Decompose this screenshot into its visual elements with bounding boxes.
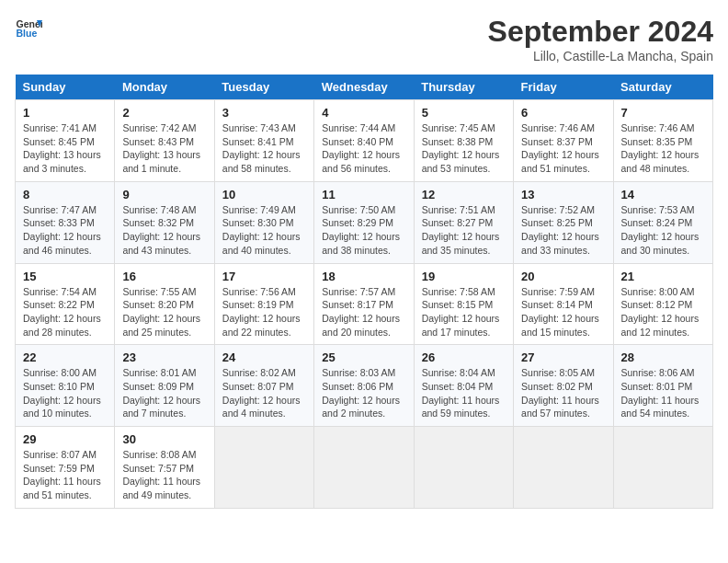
day-info: Sunrise: 7:48 AM Sunset: 8:32 PM Dayligh…	[122, 203, 206, 258]
day-number: 3	[222, 106, 306, 120]
day-number: 25	[322, 350, 405, 364]
header-monday: Monday	[115, 75, 214, 100]
week-row-2: 8 Sunrise: 7:47 AM Sunset: 8:33 PM Dayli…	[16, 181, 713, 263]
logo: General Blue	[15, 15, 42, 42]
day-cell-10: 10 Sunrise: 7:49 AM Sunset: 8:30 PM Dayl…	[214, 181, 313, 263]
day-cell-16: 16 Sunrise: 7:55 AM Sunset: 8:20 PM Dayl…	[115, 263, 214, 345]
day-number: 14	[621, 188, 705, 201]
day-info: Sunrise: 8:02 AM Sunset: 8:07 PM Dayligh…	[222, 366, 306, 420]
day-number: 4	[322, 106, 405, 120]
day-number: 22	[23, 350, 107, 364]
day-number: 11	[322, 188, 405, 201]
header-tuesday: Tuesday	[214, 75, 313, 100]
logo-icon: General Blue	[15, 15, 42, 42]
day-cell-27: 27 Sunrise: 8:05 AM Sunset: 8:02 PM Dayl…	[514, 345, 613, 427]
location: Lillo, Castille-La Mancha, Spain	[488, 49, 713, 63]
day-cell-23: 23 Sunrise: 8:01 AM Sunset: 8:09 PM Dayl…	[115, 345, 214, 427]
day-cell-1: 1 Sunrise: 7:41 AM Sunset: 8:45 PM Dayli…	[16, 100, 115, 182]
day-number: 7	[621, 106, 705, 120]
day-number: 19	[422, 270, 506, 283]
day-number: 24	[222, 350, 306, 364]
day-info: Sunrise: 7:56 AM Sunset: 8:19 PM Dayligh…	[222, 285, 306, 339]
week-row-3: 15 Sunrise: 7:54 AM Sunset: 8:22 PM Dayl…	[16, 263, 713, 345]
day-number: 18	[322, 270, 405, 283]
day-info: Sunrise: 7:50 AM Sunset: 8:29 PM Dayligh…	[322, 203, 405, 258]
day-cell-8: 8 Sunrise: 7:47 AM Sunset: 8:33 PM Dayli…	[16, 181, 115, 263]
day-number: 28	[621, 350, 705, 364]
day-info: Sunrise: 7:55 AM Sunset: 8:20 PM Dayligh…	[122, 285, 206, 339]
empty-cell	[314, 427, 414, 509]
day-cell-19: 19 Sunrise: 7:58 AM Sunset: 8:15 PM Dayl…	[414, 263, 513, 345]
day-number: 2	[122, 106, 206, 120]
svg-text:Blue: Blue	[17, 28, 38, 39]
day-cell-20: 20 Sunrise: 7:59 AM Sunset: 8:14 PM Dayl…	[514, 263, 613, 345]
day-info: Sunrise: 8:06 AM Sunset: 8:01 PM Dayligh…	[621, 366, 705, 420]
day-number: 1	[23, 106, 107, 120]
day-info: Sunrise: 7:58 AM Sunset: 8:15 PM Dayligh…	[422, 285, 506, 339]
week-row-5: 29 Sunrise: 8:07 AM Sunset: 7:59 PM Dayl…	[16, 427, 713, 509]
day-number: 21	[621, 270, 705, 283]
day-info: Sunrise: 8:04 AM Sunset: 8:04 PM Dayligh…	[422, 366, 506, 420]
day-cell-12: 12 Sunrise: 7:51 AM Sunset: 8:27 PM Dayl…	[414, 181, 513, 263]
day-info: Sunrise: 7:46 AM Sunset: 8:37 PM Dayligh…	[521, 121, 605, 176]
day-number: 16	[122, 270, 206, 283]
day-info: Sunrise: 8:00 AM Sunset: 8:12 PM Dayligh…	[621, 285, 705, 339]
day-cell-3: 3 Sunrise: 7:43 AM Sunset: 8:41 PM Dayli…	[214, 100, 313, 182]
empty-cell	[214, 427, 313, 509]
day-cell-21: 21 Sunrise: 8:00 AM Sunset: 8:12 PM Dayl…	[613, 263, 712, 345]
day-number: 23	[122, 350, 206, 364]
day-info: Sunrise: 8:00 AM Sunset: 8:10 PM Dayligh…	[23, 366, 107, 420]
day-info: Sunrise: 8:08 AM Sunset: 7:57 PM Dayligh…	[122, 448, 206, 502]
month-title: September 2024	[488, 15, 713, 49]
day-cell-4: 4 Sunrise: 7:44 AM Sunset: 8:40 PM Dayli…	[314, 100, 414, 182]
day-info: Sunrise: 7:47 AM Sunset: 8:33 PM Dayligh…	[23, 203, 107, 258]
day-info: Sunrise: 7:44 AM Sunset: 8:40 PM Dayligh…	[322, 121, 405, 176]
day-info: Sunrise: 8:03 AM Sunset: 8:06 PM Dayligh…	[322, 366, 405, 420]
day-info: Sunrise: 7:45 AM Sunset: 8:38 PM Dayligh…	[422, 121, 506, 176]
day-cell-5: 5 Sunrise: 7:45 AM Sunset: 8:38 PM Dayli…	[414, 100, 513, 182]
day-cell-17: 17 Sunrise: 7:56 AM Sunset: 8:19 PM Dayl…	[214, 263, 313, 345]
week-row-4: 22 Sunrise: 8:00 AM Sunset: 8:10 PM Dayl…	[16, 345, 713, 427]
day-cell-24: 24 Sunrise: 8:02 AM Sunset: 8:07 PM Dayl…	[214, 345, 313, 427]
day-number: 15	[23, 270, 107, 283]
day-info: Sunrise: 7:51 AM Sunset: 8:27 PM Dayligh…	[422, 203, 506, 258]
day-info: Sunrise: 7:53 AM Sunset: 8:24 PM Dayligh…	[621, 203, 705, 258]
day-info: Sunrise: 7:49 AM Sunset: 8:30 PM Dayligh…	[222, 203, 306, 258]
header-friday: Friday	[514, 75, 613, 100]
day-cell-2: 2 Sunrise: 7:42 AM Sunset: 8:43 PM Dayli…	[115, 100, 214, 182]
weekday-header-row: Sunday Monday Tuesday Wednesday Thursday…	[16, 75, 713, 100]
day-cell-30: 30 Sunrise: 8:08 AM Sunset: 7:57 PM Dayl…	[115, 427, 214, 509]
day-info: Sunrise: 7:54 AM Sunset: 8:22 PM Dayligh…	[23, 285, 107, 339]
day-number: 30	[122, 432, 206, 446]
day-cell-22: 22 Sunrise: 8:00 AM Sunset: 8:10 PM Dayl…	[16, 345, 115, 427]
page-header: General Blue September 2024 Lillo, Casti…	[15, 15, 713, 63]
day-number: 13	[521, 188, 605, 201]
day-cell-18: 18 Sunrise: 7:57 AM Sunset: 8:17 PM Dayl…	[314, 263, 414, 345]
day-info: Sunrise: 7:57 AM Sunset: 8:17 PM Dayligh…	[322, 285, 405, 339]
day-number: 29	[23, 432, 107, 446]
day-cell-6: 6 Sunrise: 7:46 AM Sunset: 8:37 PM Dayli…	[514, 100, 613, 182]
day-info: Sunrise: 8:07 AM Sunset: 7:59 PM Dayligh…	[23, 448, 107, 502]
day-cell-28: 28 Sunrise: 8:06 AM Sunset: 8:01 PM Dayl…	[613, 345, 712, 427]
day-cell-29: 29 Sunrise: 8:07 AM Sunset: 7:59 PM Dayl…	[16, 427, 115, 509]
day-number: 20	[521, 270, 605, 283]
day-number: 12	[422, 188, 506, 201]
day-number: 26	[422, 350, 506, 364]
week-row-1: 1 Sunrise: 7:41 AM Sunset: 8:45 PM Dayli…	[16, 100, 713, 182]
day-number: 9	[122, 188, 206, 201]
day-cell-14: 14 Sunrise: 7:53 AM Sunset: 8:24 PM Dayl…	[613, 181, 712, 263]
empty-cell	[514, 427, 613, 509]
day-cell-11: 11 Sunrise: 7:50 AM Sunset: 8:29 PM Dayl…	[314, 181, 414, 263]
day-cell-25: 25 Sunrise: 8:03 AM Sunset: 8:06 PM Dayl…	[314, 345, 414, 427]
day-number: 8	[23, 188, 107, 201]
day-number: 17	[222, 270, 306, 283]
day-info: Sunrise: 7:42 AM Sunset: 8:43 PM Dayligh…	[122, 121, 206, 176]
empty-cell	[414, 427, 513, 509]
day-info: Sunrise: 8:05 AM Sunset: 8:02 PM Dayligh…	[521, 366, 605, 420]
day-info: Sunrise: 8:01 AM Sunset: 8:09 PM Dayligh…	[122, 366, 206, 420]
header-thursday: Thursday	[414, 75, 513, 100]
day-cell-26: 26 Sunrise: 8:04 AM Sunset: 8:04 PM Dayl…	[414, 345, 513, 427]
day-info: Sunrise: 7:52 AM Sunset: 8:25 PM Dayligh…	[521, 203, 605, 258]
empty-cell	[613, 427, 712, 509]
header-wednesday: Wednesday	[314, 75, 414, 100]
